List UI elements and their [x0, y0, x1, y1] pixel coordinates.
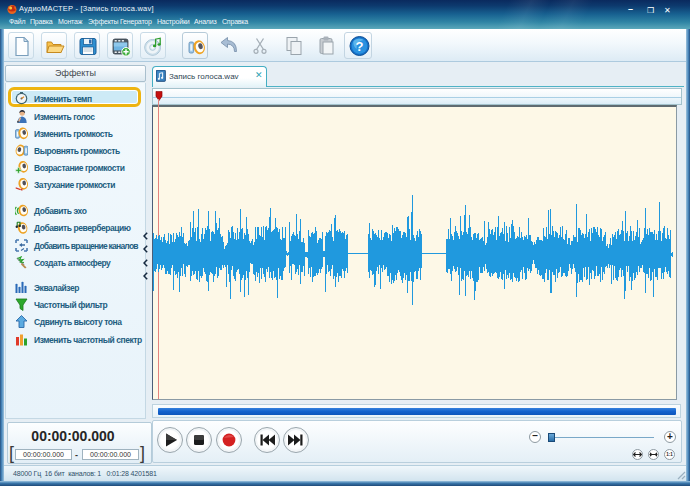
svg-text:?: ? [356, 39, 364, 54]
